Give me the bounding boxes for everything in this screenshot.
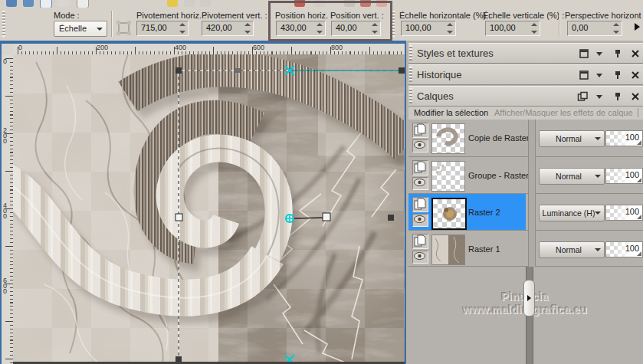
pivot-h-spinner[interactable] [177,22,187,34]
palettes-panel: Styles et textures Historique Calques [406,41,643,364]
canvas[interactable] [13,54,405,364]
layer-thumbnail[interactable] [431,123,465,154]
layer-row[interactable]: Copie de Raster 1 Normal 100 [408,120,526,156]
toolbar-icon[interactable] [40,0,52,8]
palette-layers-header[interactable]: Calques [408,86,643,107]
scale-v-spinner[interactable] [529,22,539,34]
blend-mode-dropdown[interactable]: Normal [539,130,605,147]
toolbar-icon[interactable] [200,0,211,7]
mode-dropdown[interactable]: Échelle [54,21,107,37]
toolbar-grip[interactable] [392,11,395,37]
layer-row-selected[interactable]: Raster 2 Luminance (H) 100 [408,194,526,231]
pushpin-icon[interactable] [612,48,623,59]
position-h-spinner[interactable] [314,22,324,34]
toolbar-icon[interactable] [77,0,89,8]
layer-type-button[interactable] [412,160,428,175]
layer-thumbnail[interactable] [431,161,465,192]
position-v-spinner[interactable] [369,22,379,34]
close-icon[interactable] [630,91,641,102]
pivot-v-label: Pivotement vert. : [202,11,267,20]
layer-pages-icon [413,198,426,210]
tool-options-bar: Mode : Échelle Pivotement horiz. : 715,0… [0,0,643,41]
toolbar-icon[interactable] [360,0,371,7]
opacity-field[interactable]: 100 [605,130,643,146]
pivot-v-spinner[interactable] [242,22,252,34]
vertical-ruler[interactable]: 0 200 400 600 [2,54,14,364]
ruler-label: 200 [3,128,9,144]
perspective-h-field[interactable]: 0,00 [567,21,622,36]
splitter-handle[interactable] [523,280,535,316]
layer-row[interactable]: Raster 1 Normal 100 [408,231,526,267]
app-window: Mode : Échelle Pivotement horiz. : 715,0… [0,0,643,364]
pivot-v-field[interactable]: 420,00 [202,21,254,36]
blend-mode-dropdown[interactable]: Normal [539,168,605,185]
palette-grip[interactable] [409,88,412,103]
pivot-center-icon[interactable] [116,20,132,36]
eye-icon [413,215,426,224]
visibility-toggle[interactable] [412,214,428,227]
tab-modify-selection[interactable]: Modifier la sélection [414,108,488,117]
scale-v-label: Échelle verticale (%) : [483,11,564,20]
chevron-down-icon[interactable] [594,48,605,59]
toolbar-icon[interactable] [58,0,69,7]
layer-type-button[interactable] [412,197,428,212]
blend-mode-dropdown[interactable]: Luminance (H) [539,205,605,221]
restore-window-icon[interactable] [579,70,589,80]
scale-h-spinner[interactable] [445,22,454,34]
close-icon[interactable] [630,70,641,80]
opacity-field[interactable]: 100 [605,168,643,184]
toolbar-icon[interactable] [344,0,355,7]
toolbar-icon[interactable] [23,0,34,7]
visibility-toggle[interactable] [412,177,428,190]
position-v-field[interactable]: 40,00 [331,21,381,36]
layer-type-button[interactable] [412,123,428,138]
pushpin-icon[interactable] [612,91,623,102]
scale-v-value: 100,00 [490,23,516,32]
palette-history-header[interactable]: Historique [408,64,643,85]
pushpin-icon[interactable] [612,70,623,80]
layer-name: Raster 2 [468,208,500,217]
scale-v-field[interactable]: 100,00 [485,21,540,36]
toolbar-icon[interactable] [376,0,387,7]
palette-grip[interactable] [409,45,412,61]
palette-title: Styles et textures [417,48,494,59]
visibility-toggle[interactable] [412,251,428,264]
layer-thumbnail[interactable] [431,198,467,230]
scale-h-field[interactable]: 100,00 [401,21,456,36]
cascade-windows-icon[interactable] [577,91,588,102]
perspective-h-spinner[interactable] [611,22,621,34]
ruler-corner[interactable] [2,44,14,55]
pivot-v-value: 420,00 [206,23,232,32]
toolbar-separator [559,11,560,37]
position-h-field[interactable]: 430,00 [276,21,326,36]
layer-type-button[interactable] [412,234,428,249]
layer-row[interactable]: Groupe - Raster 2 Normal 100 [408,157,526,194]
toolbar-icon[interactable] [6,0,17,7]
palette-styles-header[interactable]: Styles et textures [408,43,643,64]
layer-thumbnail[interactable] [431,234,465,265]
close-icon[interactable] [630,48,641,59]
ruler-label: 400 [175,44,186,51]
palette-grip[interactable] [409,67,412,82]
blend-mode-dropdown[interactable]: Normal [539,241,605,258]
toolbar-icon[interactable] [167,0,178,7]
toolbar-icon[interactable] [314,0,325,7]
chevron-down-icon[interactable] [594,91,605,102]
opacity-field[interactable]: 100 [605,241,643,257]
opacity-field[interactable]: 100 [605,205,643,221]
chevron-down-icon [595,175,601,178]
toolbar-icon[interactable] [184,0,195,7]
tab-toggle-layer-effects[interactable]: Afficher/Masquer les effets de calque [494,108,633,117]
opacity-value: 100 [625,170,639,179]
chevron-down-icon[interactable] [594,70,605,80]
restore-window-icon[interactable] [579,48,589,59]
toolbar-grip[interactable] [2,11,5,37]
visibility-toggle[interactable] [412,139,428,152]
column-divider[interactable] [528,120,536,267]
pivot-h-label: Pivotement horiz. : [136,11,206,20]
pivot-h-field[interactable]: 715,00 [136,21,189,36]
toolbar-icon[interactable] [294,0,305,7]
horizontal-ruler[interactable]: 0 200 400 600 800 [13,44,405,55]
expand-right-icon[interactable] [635,23,640,31]
mode-label: Mode : [54,11,80,20]
